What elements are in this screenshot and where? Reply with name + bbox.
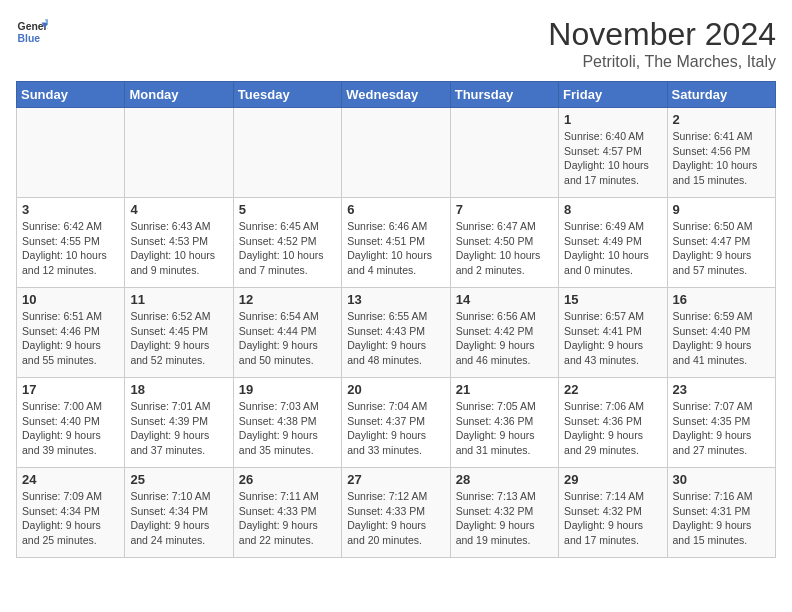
day-number: 11 <box>130 292 227 307</box>
day-number: 25 <box>130 472 227 487</box>
day-number: 21 <box>456 382 553 397</box>
day-number: 30 <box>673 472 770 487</box>
day-detail: Sunrise: 7:14 AM Sunset: 4:32 PM Dayligh… <box>564 489 661 548</box>
calendar-cell: 17Sunrise: 7:00 AM Sunset: 4:40 PM Dayli… <box>17 378 125 468</box>
calendar-cell: 20Sunrise: 7:04 AM Sunset: 4:37 PM Dayli… <box>342 378 450 468</box>
day-number: 18 <box>130 382 227 397</box>
day-detail: Sunrise: 7:16 AM Sunset: 4:31 PM Dayligh… <box>673 489 770 548</box>
day-detail: Sunrise: 7:01 AM Sunset: 4:39 PM Dayligh… <box>130 399 227 458</box>
weekday-header-monday: Monday <box>125 82 233 108</box>
day-detail: Sunrise: 6:43 AM Sunset: 4:53 PM Dayligh… <box>130 219 227 278</box>
day-detail: Sunrise: 6:41 AM Sunset: 4:56 PM Dayligh… <box>673 129 770 188</box>
calendar-cell: 11Sunrise: 6:52 AM Sunset: 4:45 PM Dayli… <box>125 288 233 378</box>
day-detail: Sunrise: 7:04 AM Sunset: 4:37 PM Dayligh… <box>347 399 444 458</box>
day-number: 28 <box>456 472 553 487</box>
calendar-cell: 28Sunrise: 7:13 AM Sunset: 4:32 PM Dayli… <box>450 468 558 558</box>
day-detail: Sunrise: 6:42 AM Sunset: 4:55 PM Dayligh… <box>22 219 119 278</box>
calendar-cell <box>342 108 450 198</box>
calendar-cell: 25Sunrise: 7:10 AM Sunset: 4:34 PM Dayli… <box>125 468 233 558</box>
calendar-cell: 30Sunrise: 7:16 AM Sunset: 4:31 PM Dayli… <box>667 468 775 558</box>
day-number: 19 <box>239 382 336 397</box>
week-row-4: 17Sunrise: 7:00 AM Sunset: 4:40 PM Dayli… <box>17 378 776 468</box>
calendar-cell: 16Sunrise: 6:59 AM Sunset: 4:40 PM Dayli… <box>667 288 775 378</box>
calendar-cell: 2Sunrise: 6:41 AM Sunset: 4:56 PM Daylig… <box>667 108 775 198</box>
calendar-cell: 7Sunrise: 6:47 AM Sunset: 4:50 PM Daylig… <box>450 198 558 288</box>
day-number: 10 <box>22 292 119 307</box>
day-number: 27 <box>347 472 444 487</box>
day-detail: Sunrise: 6:46 AM Sunset: 4:51 PM Dayligh… <box>347 219 444 278</box>
calendar-cell <box>125 108 233 198</box>
calendar-cell: 10Sunrise: 6:51 AM Sunset: 4:46 PM Dayli… <box>17 288 125 378</box>
day-detail: Sunrise: 7:03 AM Sunset: 4:38 PM Dayligh… <box>239 399 336 458</box>
week-row-2: 3Sunrise: 6:42 AM Sunset: 4:55 PM Daylig… <box>17 198 776 288</box>
day-detail: Sunrise: 6:56 AM Sunset: 4:42 PM Dayligh… <box>456 309 553 368</box>
calendar-cell: 6Sunrise: 6:46 AM Sunset: 4:51 PM Daylig… <box>342 198 450 288</box>
calendar-cell <box>450 108 558 198</box>
day-detail: Sunrise: 6:59 AM Sunset: 4:40 PM Dayligh… <box>673 309 770 368</box>
calendar-title: November 2024 <box>548 16 776 53</box>
day-number: 6 <box>347 202 444 217</box>
calendar-cell: 4Sunrise: 6:43 AM Sunset: 4:53 PM Daylig… <box>125 198 233 288</box>
day-number: 29 <box>564 472 661 487</box>
day-number: 9 <box>673 202 770 217</box>
weekday-header-row: SundayMondayTuesdayWednesdayThursdayFrid… <box>17 82 776 108</box>
header: General Blue November 2024 Petritoli, Th… <box>16 16 776 71</box>
calendar-cell: 15Sunrise: 6:57 AM Sunset: 4:41 PM Dayli… <box>559 288 667 378</box>
day-detail: Sunrise: 7:05 AM Sunset: 4:36 PM Dayligh… <box>456 399 553 458</box>
day-detail: Sunrise: 6:45 AM Sunset: 4:52 PM Dayligh… <box>239 219 336 278</box>
calendar-cell: 1Sunrise: 6:40 AM Sunset: 4:57 PM Daylig… <box>559 108 667 198</box>
day-detail: Sunrise: 6:57 AM Sunset: 4:41 PM Dayligh… <box>564 309 661 368</box>
calendar-cell: 21Sunrise: 7:05 AM Sunset: 4:36 PM Dayli… <box>450 378 558 468</box>
calendar-subtitle: Petritoli, The Marches, Italy <box>548 53 776 71</box>
calendar-cell: 26Sunrise: 7:11 AM Sunset: 4:33 PM Dayli… <box>233 468 341 558</box>
day-detail: Sunrise: 6:49 AM Sunset: 4:49 PM Dayligh… <box>564 219 661 278</box>
logo: General Blue <box>16 16 48 48</box>
calendar-cell: 8Sunrise: 6:49 AM Sunset: 4:49 PM Daylig… <box>559 198 667 288</box>
calendar-cell: 29Sunrise: 7:14 AM Sunset: 4:32 PM Dayli… <box>559 468 667 558</box>
weekday-header-wednesday: Wednesday <box>342 82 450 108</box>
weekday-header-sunday: Sunday <box>17 82 125 108</box>
week-row-5: 24Sunrise: 7:09 AM Sunset: 4:34 PM Dayli… <box>17 468 776 558</box>
day-detail: Sunrise: 7:07 AM Sunset: 4:35 PM Dayligh… <box>673 399 770 458</box>
week-row-1: 1Sunrise: 6:40 AM Sunset: 4:57 PM Daylig… <box>17 108 776 198</box>
calendar-cell: 9Sunrise: 6:50 AM Sunset: 4:47 PM Daylig… <box>667 198 775 288</box>
day-number: 22 <box>564 382 661 397</box>
day-detail: Sunrise: 7:09 AM Sunset: 4:34 PM Dayligh… <box>22 489 119 548</box>
calendar-cell: 24Sunrise: 7:09 AM Sunset: 4:34 PM Dayli… <box>17 468 125 558</box>
weekday-header-thursday: Thursday <box>450 82 558 108</box>
calendar-cell <box>233 108 341 198</box>
day-detail: Sunrise: 6:51 AM Sunset: 4:46 PM Dayligh… <box>22 309 119 368</box>
day-detail: Sunrise: 7:11 AM Sunset: 4:33 PM Dayligh… <box>239 489 336 548</box>
day-number: 17 <box>22 382 119 397</box>
day-number: 20 <box>347 382 444 397</box>
day-detail: Sunrise: 7:13 AM Sunset: 4:32 PM Dayligh… <box>456 489 553 548</box>
day-detail: Sunrise: 7:00 AM Sunset: 4:40 PM Dayligh… <box>22 399 119 458</box>
day-detail: Sunrise: 6:47 AM Sunset: 4:50 PM Dayligh… <box>456 219 553 278</box>
calendar-cell: 3Sunrise: 6:42 AM Sunset: 4:55 PM Daylig… <box>17 198 125 288</box>
calendar-cell: 14Sunrise: 6:56 AM Sunset: 4:42 PM Dayli… <box>450 288 558 378</box>
day-number: 13 <box>347 292 444 307</box>
weekday-header-saturday: Saturday <box>667 82 775 108</box>
day-number: 8 <box>564 202 661 217</box>
calendar-cell: 22Sunrise: 7:06 AM Sunset: 4:36 PM Dayli… <box>559 378 667 468</box>
day-number: 4 <box>130 202 227 217</box>
calendar-cell: 27Sunrise: 7:12 AM Sunset: 4:33 PM Dayli… <box>342 468 450 558</box>
calendar-cell: 18Sunrise: 7:01 AM Sunset: 4:39 PM Dayli… <box>125 378 233 468</box>
day-number: 2 <box>673 112 770 127</box>
calendar-cell: 19Sunrise: 7:03 AM Sunset: 4:38 PM Dayli… <box>233 378 341 468</box>
week-row-3: 10Sunrise: 6:51 AM Sunset: 4:46 PM Dayli… <box>17 288 776 378</box>
title-area: November 2024 Petritoli, The Marches, It… <box>548 16 776 71</box>
day-detail: Sunrise: 6:54 AM Sunset: 4:44 PM Dayligh… <box>239 309 336 368</box>
day-number: 7 <box>456 202 553 217</box>
day-detail: Sunrise: 7:12 AM Sunset: 4:33 PM Dayligh… <box>347 489 444 548</box>
calendar-cell: 12Sunrise: 6:54 AM Sunset: 4:44 PM Dayli… <box>233 288 341 378</box>
day-detail: Sunrise: 7:06 AM Sunset: 4:36 PM Dayligh… <box>564 399 661 458</box>
day-detail: Sunrise: 6:50 AM Sunset: 4:47 PM Dayligh… <box>673 219 770 278</box>
weekday-header-tuesday: Tuesday <box>233 82 341 108</box>
day-detail: Sunrise: 6:40 AM Sunset: 4:57 PM Dayligh… <box>564 129 661 188</box>
day-number: 15 <box>564 292 661 307</box>
day-detail: Sunrise: 6:55 AM Sunset: 4:43 PM Dayligh… <box>347 309 444 368</box>
day-number: 5 <box>239 202 336 217</box>
day-number: 14 <box>456 292 553 307</box>
day-number: 12 <box>239 292 336 307</box>
